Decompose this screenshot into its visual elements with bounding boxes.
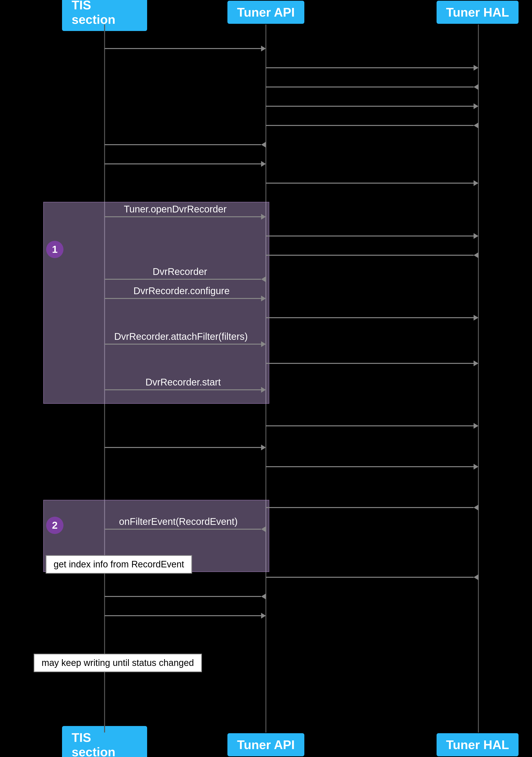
info-box-2-label: may keep writing until status changed [42,658,194,668]
tuner-api-footer-label: Tuner API [237,738,295,752]
arrow-7-head [261,161,266,167]
arrow-10-line [266,235,474,236]
arrow-4 [266,106,478,107]
arrow-6 [105,144,266,145]
tis-header-label: TIS section [72,0,115,26]
arrow-16 [266,363,478,364]
tuner-api-footer: Tuner API [209,733,323,757]
info-box-1: get index info from RecordEvent [46,555,192,574]
tis-header: TIS section [62,0,147,24]
arrow-13-head [261,296,266,301]
arrow-25 [105,615,266,616]
tuner-hal-lifeline [478,24,479,733]
info-box-2: may keep writing until status changed [34,654,202,672]
arrow-5-line [266,125,474,126]
arrow-10-head [474,233,478,239]
arrow-25-line [105,615,261,616]
tuner-api-header: Tuner API [209,0,323,24]
arrow-20-head [474,464,478,469]
tuner-api-header-label: Tuner API [237,5,295,19]
step-1-circle: 1 [46,241,63,258]
arrow-6-head [261,142,266,148]
arrow-22-head [261,526,266,532]
tuner-hal-header-bg: Tuner HAL [437,1,519,24]
arrow-18 [266,425,478,426]
info-box-1-label: get index info from RecordEvent [54,559,184,569]
arrow-13-label: DvrRecorder.configure [134,286,230,296]
arrow-8 [266,183,478,184]
arrow-14-line [266,317,474,318]
arrow-dvr-recorder: DvrRecorder [105,279,266,280]
step-1-label: 1 [52,244,57,255]
arrow-21 [266,507,478,508]
arrow-11 [266,255,478,256]
arrow-16-line [266,363,474,364]
arrow-dvr-attach: DvrRecorder.attachFilter(filters) [105,344,266,345]
arrow-3-head [474,84,478,90]
arrow-1-line [105,48,261,49]
tuner-api-header-bg: Tuner API [228,1,304,24]
arrow-24 [105,596,266,597]
arrow-2-line [266,67,474,68]
arrow-dvr-configure: DvrRecorder.configure [105,298,266,299]
arrow-8-line [266,183,474,184]
arrow-21-head [474,505,478,510]
arrow-18-head [474,423,478,429]
tuner-hal-footer: Tuner HAL [423,733,532,757]
arrow-5 [266,125,478,126]
arrow-23-line [266,577,474,578]
arrow-7-line [105,164,261,165]
arrow-19-head [261,444,266,450]
arrow-11-line [266,255,474,256]
arrow-17-label: DvrRecorder.start [145,377,221,388]
arrow-tuner-open-dvr: Tuner.openDvrRecorder [105,216,266,217]
arrow-dvr-start: DvrRecorder.start [105,389,266,390]
arrow-9-line [105,216,261,217]
arrow-19 [105,447,266,448]
arrow-15-label: DvrRecorder.attachFilter(filters) [114,331,248,342]
arrow-6-line [105,144,261,145]
tis-footer-label: TIS section [72,731,115,757]
arrow-on-filter-event: onFilterEvent(RecordEvent) [105,529,266,530]
arrow-19-line [105,447,261,448]
arrow-17-line [105,389,261,390]
arrow-12-line [105,279,261,280]
arrow-2 [266,67,478,68]
arrow-7 [105,164,266,165]
arrow-18-line [266,425,474,426]
arrow-1 [105,48,266,49]
arrow-15-line [105,344,261,345]
step-2-circle: 2 [46,517,63,534]
arrow-1-head [261,45,266,51]
arrow-16-head [474,360,478,366]
tuner-hal-header-label: Tuner HAL [446,5,509,19]
arrow-8-head [474,180,478,186]
step-2-label: 2 [52,520,57,531]
tuner-hal-footer-label: Tuner HAL [446,738,509,752]
arrow-9-head [261,214,266,220]
arrow-14-head [474,315,478,320]
arrow-12-label: DvrRecorder [153,266,207,277]
arrow-15-head [261,341,266,347]
arrow-5-head [474,123,478,128]
arrow-9-label: Tuner.openDvrRecorder [124,204,227,215]
arrow-4-line [266,106,474,107]
arrow-24-line [105,596,261,597]
arrow-22-label: onFilterEvent(RecordEvent) [119,516,238,527]
arrow-22-line [105,529,261,530]
arrow-14 [266,317,478,318]
arrow-20 [266,466,478,467]
arrow-21-line [266,507,474,508]
tis-footer: TIS section [62,733,147,757]
arrow-12-head [261,276,266,282]
arrow-23-head [474,574,478,580]
arrow-13-line [105,298,261,299]
tuner-hal-header: Tuner HAL [423,0,532,24]
tuner-api-footer-bg: Tuner API [228,733,304,756]
arrow-20-line [266,466,474,467]
arrow-3-line [266,86,474,87]
arrow-10 [266,235,478,236]
arrow-3 [266,86,478,87]
arrow-23 [266,577,478,578]
highlight-box-1 [43,202,269,404]
